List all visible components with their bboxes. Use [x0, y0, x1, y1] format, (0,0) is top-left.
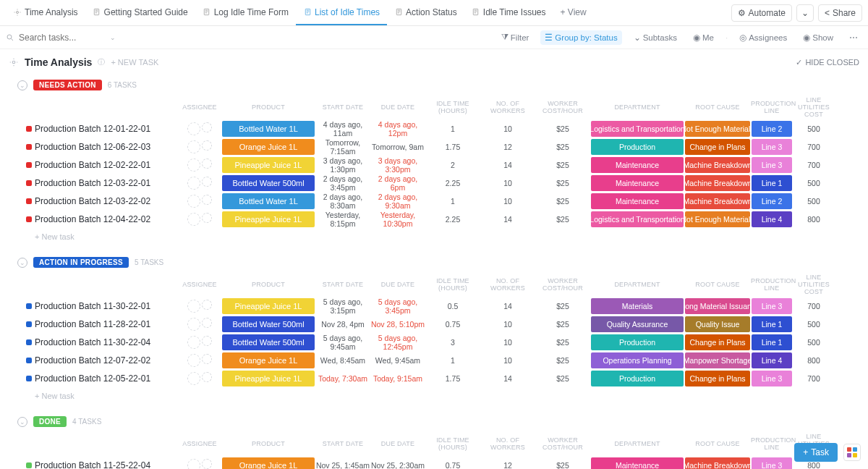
root-cause-pill[interactable]: Not Enough Materials: [685, 121, 750, 137]
line-pill[interactable]: Line 4: [752, 211, 792, 227]
hide-closed-button[interactable]: ✓ HIDE CLOSED: [796, 58, 859, 67]
product-pill[interactable]: Pineapple Juice 1L: [222, 211, 315, 227]
start-date[interactable]: Nov 25, 1:45am: [315, 461, 370, 470]
start-date[interactable]: 2 days ago, 8:30am: [315, 193, 370, 210]
root-cause-pill[interactable]: Machine Breakdown: [685, 175, 750, 191]
task-name[interactable]: Production Batch 12-02-22-01: [33, 160, 178, 170]
assignee-cell[interactable]: [178, 177, 221, 190]
info-icon[interactable]: ⓘ: [98, 57, 105, 67]
due-date[interactable]: Today, 9:15am: [370, 374, 425, 383]
department-pill[interactable]: Operations Planning: [591, 352, 684, 368]
line-pill[interactable]: Line 2: [752, 121, 792, 137]
new-task-link[interactable]: + New task: [0, 387, 868, 409]
root-cause-pill[interactable]: Wrong Material Issuance: [685, 298, 750, 314]
root-cause-pill[interactable]: Not Enough Materials: [685, 211, 750, 227]
start-date[interactable]: 2 days ago, 3:45pm: [315, 174, 370, 192]
chevron-down-icon[interactable]: ⌄: [110, 34, 116, 41]
tab-4[interactable]: Idle Time Issues: [464, 0, 553, 25]
assignee-cell[interactable]: [178, 140, 221, 153]
line-pill[interactable]: Line 3: [752, 139, 792, 155]
root-cause-pill[interactable]: Manpower Shortage: [685, 352, 750, 368]
task-row[interactable]: Production Batch 11-30-22-04 Bottled Wat…: [0, 333, 868, 351]
task-name[interactable]: Production Batch 12-07-22-02: [33, 355, 178, 366]
department-pill[interactable]: Logistics and Transportation: [591, 211, 684, 227]
due-date[interactable]: Nov 28, 5:10pm: [370, 320, 425, 329]
department-pill[interactable]: Maintenance: [591, 457, 684, 470]
task-name[interactable]: Production Batch 12-03-22-02: [33, 196, 178, 206]
task-name[interactable]: Production Batch 11-25-22-04: [33, 460, 178, 470]
line-pill[interactable]: Line 2: [752, 193, 792, 209]
product-pill[interactable]: Pineapple Juice 1L: [222, 371, 315, 386]
tab-0[interactable]: Getting Started Guide: [85, 0, 195, 25]
assignee-cell[interactable]: [178, 372, 221, 385]
task-name[interactable]: Production Batch 11-30-22-04: [33, 337, 178, 347]
more-button[interactable]: ⋯: [845, 30, 862, 45]
due-date[interactable]: 4 days ago, 12pm: [370, 120, 425, 138]
assignee-cell[interactable]: [178, 159, 221, 172]
product-pill[interactable]: Bottled Water 1L: [222, 193, 315, 209]
subtasks-button[interactable]: ⌄Subtasks: [629, 30, 681, 45]
line-pill[interactable]: Line 1: [752, 316, 792, 332]
department-pill[interactable]: Materials: [591, 298, 684, 314]
due-date[interactable]: Tomorrow, 9am: [370, 143, 425, 151]
assignee-cell[interactable]: [178, 459, 221, 470]
due-date[interactable]: Nov 25, 2:30am: [370, 461, 425, 470]
root-cause-pill[interactable]: Change in Plans: [685, 371, 750, 386]
start-date[interactable]: 3 days ago, 1:30pm: [315, 156, 370, 174]
due-date[interactable]: 2 days ago, 6pm: [370, 174, 425, 192]
assignee-cell[interactable]: [178, 354, 221, 367]
task-row[interactable]: Production Batch 12-04-22-02 Pineapple J…: [0, 210, 868, 228]
start-date[interactable]: Nov 28, 4pm: [315, 320, 370, 329]
product-pill[interactable]: Bottled Water 500ml: [222, 175, 315, 191]
department-pill[interactable]: Maintenance: [591, 193, 684, 209]
due-date[interactable]: 3 days ago, 3:30pm: [370, 156, 425, 174]
assignee-cell[interactable]: [178, 122, 221, 135]
task-name[interactable]: Production Batch 12-06-22-03: [33, 142, 178, 152]
department-pill[interactable]: Production: [591, 139, 684, 155]
collapse-icon[interactable]: ⌄: [17, 417, 27, 427]
line-pill[interactable]: Line 4: [752, 352, 792, 368]
status-badge[interactable]: DONE: [33, 416, 67, 427]
assignee-cell[interactable]: [178, 300, 221, 313]
assignees-button[interactable]: ◎Assignees: [735, 30, 791, 45]
share-button[interactable]: < Share: [818, 4, 862, 22]
due-date[interactable]: 5 days ago, 3:45pm: [370, 297, 425, 315]
root-cause-pill[interactable]: Machine Breakdown: [685, 457, 750, 470]
department-pill[interactable]: Logistics and Transportation: [591, 121, 684, 137]
start-date[interactable]: Wed, 8:45am: [315, 356, 370, 365]
task-row[interactable]: Production Batch 11-28-22-01 Bottled Wat…: [0, 315, 868, 333]
status-badge[interactable]: NEEDS ACTION: [33, 80, 102, 90]
new-task-fab[interactable]: + Task: [794, 443, 838, 462]
start-date[interactable]: 5 days ago, 3:15pm: [315, 297, 370, 315]
department-pill[interactable]: Maintenance: [591, 175, 684, 191]
product-pill[interactable]: Orange Juice 1L: [222, 352, 315, 368]
start-date[interactable]: Yesterday, 8:15pm: [315, 211, 370, 228]
group-by-button[interactable]: ☰Group by: Status: [540, 30, 621, 45]
root-cause-pill[interactable]: Quality Issue: [685, 316, 750, 332]
department-pill[interactable]: Production: [591, 334, 684, 350]
line-pill[interactable]: Line 1: [752, 334, 792, 350]
tab-2[interactable]: List of Idle Times: [296, 0, 387, 25]
assignee-cell[interactable]: [178, 318, 221, 331]
status-badge[interactable]: ACTION IN PROGRESS: [33, 257, 129, 268]
task-row[interactable]: Production Batch 12-01-22-01 Bottled Wat…: [0, 119, 868, 138]
line-pill[interactable]: Line 3: [752, 298, 792, 314]
new-task-button[interactable]: + NEW TASK: [111, 58, 158, 67]
task-row[interactable]: Production Batch 12-05-22-01 Pineapple J…: [0, 369, 868, 387]
task-name[interactable]: Production Batch 12-03-22-01: [33, 178, 178, 188]
department-pill[interactable]: Production: [591, 371, 684, 386]
automate-dropdown[interactable]: ⌄: [796, 4, 814, 22]
root-cause-pill[interactable]: Change in Plans: [685, 139, 750, 155]
due-date[interactable]: Yesterday, 10:30pm: [370, 211, 425, 228]
product-pill[interactable]: Bottled Water 500ml: [222, 334, 315, 350]
task-row[interactable]: Production Batch 12-03-22-02 Bottled Wat…: [0, 192, 868, 210]
product-pill[interactable]: Pineapple Juice 1L: [222, 157, 315, 173]
department-pill[interactable]: Quality Assurance: [591, 316, 684, 332]
filter-button[interactable]: ⧩Filter: [497, 30, 534, 44]
add-view-button[interactable]: + View: [553, 0, 594, 25]
task-name[interactable]: Production Batch 12-05-22-01: [33, 373, 178, 384]
collapse-icon[interactable]: ⌄: [17, 258, 27, 268]
root-cause-pill[interactable]: Machine Breakdown: [685, 157, 750, 173]
assignee-cell[interactable]: [178, 213, 221, 226]
line-pill[interactable]: Line 3: [752, 371, 792, 386]
